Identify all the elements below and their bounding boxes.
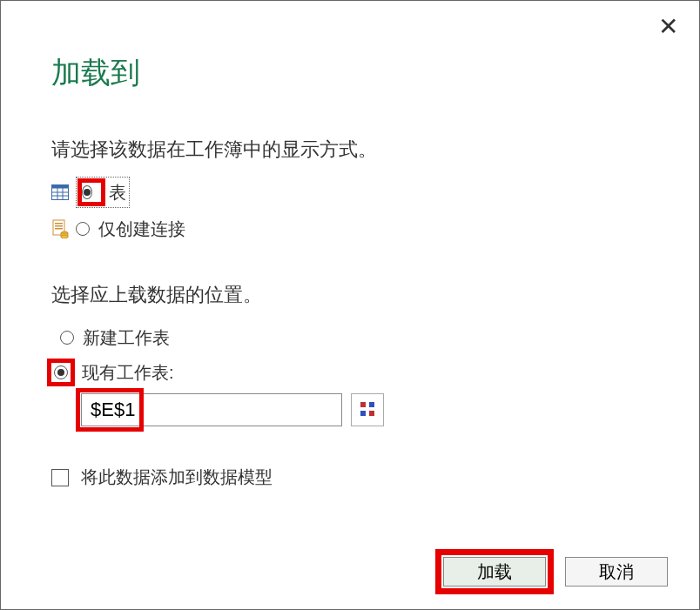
- checkbox-datamodel-label: 将此数据添加到数据模型: [81, 466, 273, 489]
- option-table-row: 表: [51, 178, 649, 206]
- load-to-dialog: ✕ 加载到 请选择该数据在工作簿中的显示方式。 表: [0, 0, 700, 610]
- svg-rect-15: [360, 411, 366, 416]
- option-new-sheet-label: 新建工作表: [83, 326, 170, 350]
- cell-reference-row: [81, 393, 649, 426]
- cancel-button-wrap: 取消: [565, 557, 668, 587]
- highlight-existing-radio: [47, 359, 75, 386]
- radio-connection[interactable]: [76, 222, 90, 236]
- load-button-wrap: 加载: [443, 557, 546, 587]
- svg-rect-13: [360, 402, 366, 407]
- svg-rect-14: [369, 402, 374, 407]
- option-existing-sheet-row: 现有工作表:: [51, 359, 649, 386]
- option-table-label: 表: [109, 181, 126, 204]
- range-picker-button[interactable]: [351, 393, 384, 426]
- highlight-table-radio: [77, 178, 105, 206]
- close-icon[interactable]: ✕: [658, 15, 678, 39]
- svg-rect-1: [52, 185, 69, 189]
- table-icon: [51, 184, 69, 200]
- svg-rect-7: [55, 223, 63, 225]
- svg-rect-9: [55, 228, 63, 230]
- option-connection-label: 仅创建连接: [98, 218, 185, 241]
- dialog-buttons: 加载 取消: [443, 557, 668, 587]
- option-existing-sheet-label: 现有工作表:: [82, 361, 174, 385]
- focused-option: 表: [76, 177, 130, 208]
- option-new-sheet-row: 新建工作表: [60, 324, 649, 352]
- svg-rect-16: [369, 411, 374, 416]
- connection-icon: [51, 219, 69, 238]
- cell-reference-input[interactable]: [81, 393, 342, 426]
- display-mode-label: 请选择该数据在工作簿中的显示方式。: [51, 137, 649, 163]
- svg-rect-8: [55, 225, 63, 227]
- range-picker-icon: [360, 401, 375, 419]
- radio-new-sheet[interactable]: [60, 331, 74, 345]
- dialog-content: 加载到 请选择该数据在工作簿中的显示方式。 表: [1, 1, 699, 515]
- checkbox-datamodel[interactable]: [51, 469, 69, 486]
- datamodel-checkbox-row: 将此数据添加到数据模型: [51, 466, 649, 489]
- option-connection-row: 仅创建连接: [51, 215, 649, 243]
- svg-point-12: [61, 235, 68, 238]
- radio-table[interactable]: [82, 185, 92, 199]
- location-label: 选择应上载数据的位置。: [51, 282, 649, 308]
- dialog-title: 加载到: [51, 53, 649, 93]
- load-button[interactable]: 加载: [443, 557, 546, 587]
- radio-existing-sheet[interactable]: [54, 365, 68, 379]
- cancel-button[interactable]: 取消: [565, 557, 668, 587]
- location-section: 选择应上载数据的位置。 新建工作表 现有工作表:: [51, 282, 649, 426]
- cell-input-container: [81, 393, 342, 426]
